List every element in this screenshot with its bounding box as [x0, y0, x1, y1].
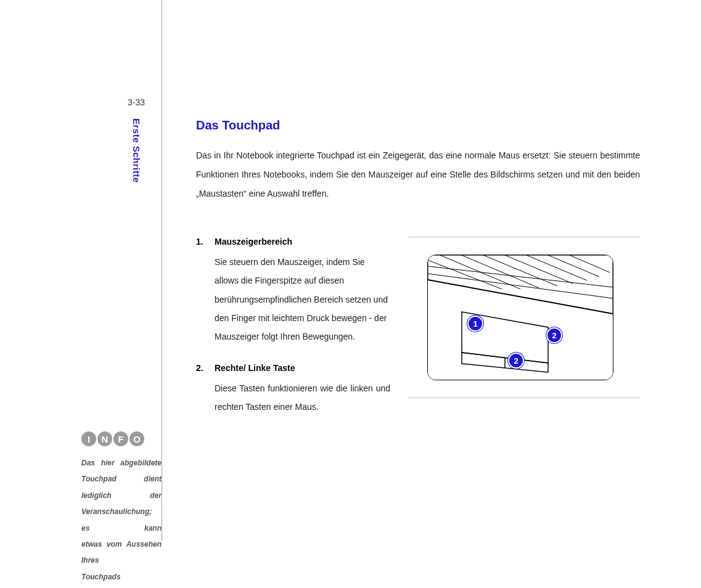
- touchpad-figure: 1 2 2: [427, 255, 613, 380]
- info-note: I N F O Das hier abgebildete Touchpad di…: [81, 431, 162, 588]
- list-item-title: Mauszeigerbereich: [196, 237, 390, 247]
- list-item-title: Rechte/ Linke Taste: [196, 363, 390, 373]
- figure-column: 1 2 2: [409, 237, 640, 433]
- list-item: Mauszeigerbereich Sie steuern den Mausze…: [196, 237, 390, 345]
- info-letter-icon: N: [97, 431, 112, 446]
- intro-paragraph: Das in Ihr Notebook integrierte Touchpad…: [196, 146, 640, 203]
- info-letter-icon: O: [129, 431, 144, 446]
- figure-rule: [409, 237, 640, 237]
- vertical-divider: [162, 0, 162, 541]
- list-item-body: Sie steuern den Mauszeiger, indem Sie al…: [215, 253, 390, 345]
- info-note-text: Das hier abgebildete Touchpad dient ledi…: [81, 455, 162, 588]
- section-side-title: Erste Schritte: [131, 118, 142, 183]
- page-number: 3-33: [128, 97, 145, 107]
- list-column: Mauszeigerbereich Sie steuern den Mausze…: [196, 237, 390, 433]
- list-item-body: Diese Tasten funktionieren wie die linke…: [215, 379, 390, 416]
- heading: Das Touchpad: [196, 118, 640, 133]
- figure-rule: [409, 398, 640, 398]
- manual-page: 3-33 Erste Schritte I N F O Das hier abg…: [0, 0, 701, 588]
- list-item: Rechte/ Linke Taste Diese Tasten funktio…: [196, 363, 390, 416]
- info-icon-row: I N F O: [81, 431, 162, 446]
- info-letter-icon: F: [113, 431, 128, 446]
- info-letter-icon: I: [81, 431, 96, 446]
- content-area: Das Touchpad Das in Ihr Notebook integri…: [196, 118, 640, 433]
